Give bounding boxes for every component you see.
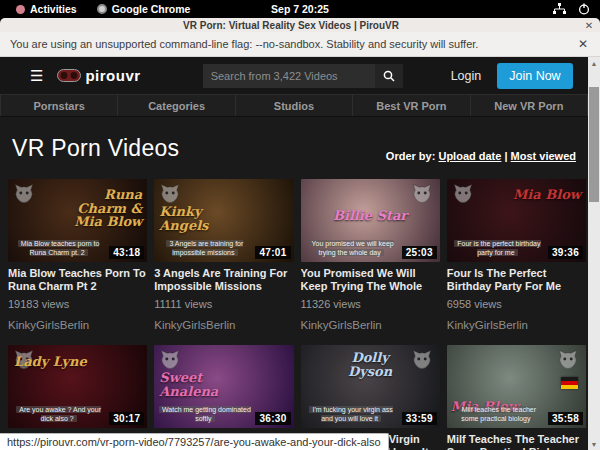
search-button[interactable] [375, 64, 403, 88]
order-separator: | [501, 150, 510, 162]
login-link[interactable]: Login [451, 69, 482, 83]
video-studio-link[interactable]: KinkyGirlsBerlin [154, 319, 293, 331]
thumb-overlay-name: Sweet Analena [159, 371, 243, 398]
browser-tab-bar: VR Porn: Virtual Reality Sex Videos | Pi… [0, 18, 600, 32]
video-title-link[interactable]: 3 Angels Are Training For Impossible Mis… [154, 267, 293, 293]
order-by: Order by: Upload date | Most viewed [386, 150, 576, 162]
current-app-menu[interactable]: Google Chrome [89, 0, 199, 18]
thumb-overlay-caption: You promised we will keep trying the who… [305, 239, 398, 257]
page-title: VR Porn Videos [12, 135, 179, 162]
video-card[interactable]: Mia Blow Four is the perfect birthday pa… [447, 179, 586, 331]
video-duration-badge: 30:17 [109, 412, 144, 425]
video-thumbnail[interactable]: Runa Charm & Mia Blow Mia Blow teaches p… [8, 179, 147, 262]
video-duration-badge: 35:58 [548, 412, 583, 425]
video-duration-badge: 39:36 [548, 246, 583, 259]
current-app-label: Google Chrome [112, 3, 191, 15]
status-url-tooltip: https://pirouvr.com/vr-porn-video/779325… [0, 433, 389, 450]
nav-item-studios[interactable]: Studios [236, 95, 353, 116]
video-views: 6958 views [447, 298, 586, 310]
video-duration-badge: 36:30 [255, 412, 290, 425]
page-viewport: ☰ pirouvr Login Join Now Pornstars Categ… [0, 57, 600, 450]
studio-catmask-logo-icon [411, 183, 433, 205]
studio-catmask-logo-icon [411, 349, 433, 371]
site-nav: Pornstars Categories Studios Best VR Por… [0, 94, 588, 117]
site-logo[interactable]: pirouvr [57, 67, 140, 84]
activities-button[interactable]: Activities [8, 0, 85, 18]
vr-goggles-icon [57, 69, 81, 82]
video-thumbnail[interactable]: Dolly Dyson I'm fucking your virgin ass … [301, 345, 440, 428]
order-upload-date-link[interactable]: Upload date [438, 150, 501, 162]
nav-item-pornstars[interactable]: Pornstars [0, 95, 118, 116]
video-card[interactable]: Kinky Angels 3 Angels are training for i… [154, 179, 293, 331]
nav-item-new-vr-porn[interactable]: New VR Porn [471, 95, 588, 116]
power-icon[interactable] [578, 3, 590, 15]
video-views: 19183 views [8, 298, 147, 310]
video-studio-link[interactable]: KinkyGirlsBerlin [8, 319, 147, 331]
thumb-overlay-name: Billie Star [328, 209, 412, 223]
browser-tab-title[interactable]: VR Porn: Virtual Reality Sex Videos | Pi… [0, 20, 582, 31]
thumb-overlay-caption: Four is the perfect birthday party for m… [451, 239, 544, 257]
studio-catmask-logo-icon [159, 183, 181, 205]
thumb-overlay-caption: Mia Blow teaches porn to Runa Charm pt. … [12, 239, 105, 257]
german-flag [561, 377, 578, 389]
search-input[interactable] [203, 64, 375, 88]
join-now-button[interactable]: Join Now [497, 63, 572, 89]
thumb-overlay-caption: Milf teaches the teacher some practical … [451, 405, 544, 423]
video-card[interactable]: Billie Star You promised we will keep tr… [301, 179, 440, 331]
studio-catmask-logo-icon [452, 183, 474, 205]
network-icon[interactable] [553, 3, 566, 15]
video-card[interactable]: Mia Blow Milf teaches the teacher some p… [447, 345, 586, 450]
video-studio-link[interactable]: KinkyGirlsBerlin [301, 319, 440, 331]
video-title-link[interactable]: Milf Teaches The Teacher Some Practical … [447, 433, 586, 450]
video-thumbnail[interactable]: Mia Blow Four is the perfect birthday pa… [447, 179, 586, 262]
thumb-overlay-name: Lady Lyne [14, 355, 98, 369]
scrollbar-up-icon[interactable]: ▲ [588, 57, 600, 69]
studio-catmask-logo-icon [13, 183, 35, 205]
thumb-overlay-caption: I'm fucking your virgin ass and you will… [305, 405, 398, 423]
order-most-viewed-link[interactable]: Most viewed [511, 150, 576, 162]
video-title-link[interactable]: Mia Blow Teaches Porn To Runa Charm Pt 2 [8, 267, 147, 293]
activities-icon [16, 5, 25, 14]
scrollbar-thumb[interactable] [589, 87, 599, 202]
video-views: 11111 views [154, 298, 293, 310]
menu-hamburger-icon[interactable]: ☰ [30, 68, 43, 83]
video-card[interactable]: Runa Charm & Mia Blow Mia Blow teaches p… [8, 179, 147, 331]
studio-catmask-logo-icon [159, 349, 181, 371]
video-duration-badge: 25:03 [402, 246, 437, 259]
activities-label: Activities [30, 3, 77, 15]
nav-item-best-vr-porn[interactable]: Best VR Porn [353, 95, 470, 116]
video-studio-link[interactable]: KinkyGirlsBerlin [447, 319, 586, 331]
warning-text: You are using an unsupported command-lin… [10, 38, 578, 50]
tab-close-icon[interactable]: ✕ [582, 20, 596, 31]
video-thumbnail[interactable]: Billie Star You promised we will keep tr… [301, 179, 440, 262]
nav-item-categories[interactable]: Categories [118, 95, 235, 116]
video-thumbnail[interactable]: Sweet Analena Watch me getting dominated… [154, 345, 293, 428]
search-box [203, 64, 403, 88]
chrome-warning-bar: You are using an unsupported command-lin… [0, 32, 600, 57]
video-grid: Runa Charm & Mia Blow Mia Blow teaches p… [0, 162, 600, 450]
thumb-overlay-name: Runa Charm & Mia Blow [59, 188, 143, 229]
video-duration-badge: 33:59 [402, 412, 437, 425]
thumb-overlay-caption: 3 Angels are training for impossible mis… [158, 239, 251, 257]
scrollbar-down-icon[interactable]: ▼ [588, 438, 600, 450]
thumb-overlay-name: Dolly Dyson [328, 351, 412, 378]
thumb-overlay-caption: Watch me getting dominated softly [158, 405, 251, 423]
video-thumbnail[interactable]: Mia Blow Milf teaches the teacher some p… [447, 345, 586, 428]
video-duration-badge: 43:18 [109, 246, 144, 259]
thumb-overlay-name: Mia Blow [497, 188, 581, 202]
video-duration-badge: 47:01 [255, 246, 290, 259]
video-title-link[interactable]: You Promised We Will Keep Trying The Who… [301, 267, 440, 293]
browser-scrollbar[interactable]: ▲ ▼ [588, 57, 600, 450]
chrome-icon [97, 4, 107, 14]
warning-close-icon[interactable]: ✕ [578, 37, 588, 51]
video-thumbnail[interactable]: Kinky Angels 3 Angels are training for i… [154, 179, 293, 262]
video-title-link[interactable]: Four Is The Perfect Birthday Party For M… [447, 267, 586, 293]
video-thumbnail[interactable]: Lady Lyne Are you awake ? And your dick … [8, 345, 147, 428]
site-header: ☰ pirouvr Login Join Now [0, 57, 600, 94]
order-by-label: Order by: [386, 150, 436, 162]
page-head: VR Porn Videos Order by: Upload date | M… [0, 117, 600, 162]
search-icon [383, 70, 395, 82]
site-logo-text: pirouvr [85, 67, 140, 84]
video-views: 11326 views [301, 298, 440, 310]
thumb-overlay-name: Kinky Angels [159, 205, 243, 232]
